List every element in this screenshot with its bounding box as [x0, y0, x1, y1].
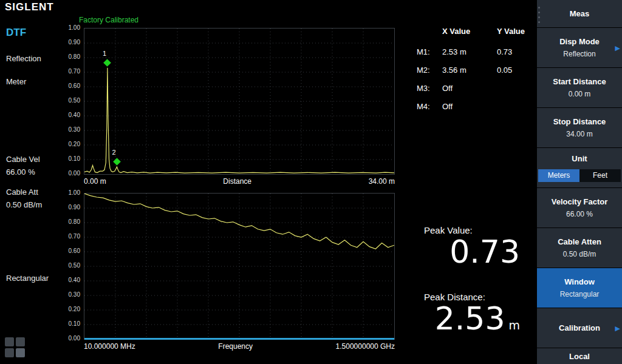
y-tick-label: 0.10	[69, 321, 80, 327]
dtf-x-axis: 0.00 m Distance 34.00 m	[84, 177, 395, 186]
marker-row-m1: M1: 2.53 m 0.73	[417, 42, 535, 61]
menu-button-disp-mode[interactable]: Disp Mode Reflection ▶	[537, 28, 622, 67]
menu-button-meas[interactable]: Meas	[537, 0, 622, 27]
y-tick-label: 0.60	[69, 248, 80, 254]
menu-button-value: 34.00 m	[566, 130, 592, 138]
marker-x-value: 3.56 m	[442, 66, 497, 75]
mode-label: DTF	[6, 27, 26, 39]
menu-button-value: 0.00 m	[569, 90, 591, 98]
y-tick-label: 0.20	[69, 306, 80, 312]
cable-att-value: 0.50 dB/m	[6, 200, 42, 209]
y-tick-label: 0.60	[69, 83, 80, 89]
menu-button-value: 0.50 dB/m	[563, 250, 596, 258]
freq-trace-svg	[84, 194, 394, 339]
y-tick-label: 1.00	[69, 25, 80, 31]
y-tick-label: 0.90	[69, 39, 80, 46]
y-tick-label: 0.30	[69, 127, 80, 133]
freq-x-axis: 10.000000 MHz Frequency 1.500000000 GHz	[84, 342, 395, 351]
peak-distance: 2.53m	[410, 301, 520, 343]
marker-x-value: 2.53 m	[442, 47, 497, 56]
menu-button-velocity-factor[interactable]: Velocity Factor 66.00 %	[537, 188, 622, 228]
marker-table-header: X Value Y Value	[417, 25, 535, 36]
unit-toggle: Meters Feet	[538, 169, 621, 182]
y-tick-label: 0.70	[69, 69, 80, 75]
menu-button-title: Start Distance	[553, 77, 606, 86]
y-tick-label: 0.00	[69, 335, 80, 342]
freq-plot-area[interactable]	[84, 193, 395, 340]
submenu-arrow-icon: ▶	[615, 44, 620, 52]
y-tick-label: 0.00	[69, 170, 80, 177]
y-tick-label: 0.70	[69, 234, 80, 240]
y-tick-label: 0.20	[69, 141, 80, 147]
freq-x-end-label: 1.500000000 GHz	[336, 342, 395, 351]
marker-y-value: 0.05	[497, 66, 531, 75]
trace-marker-label: 2	[112, 149, 115, 156]
unit-toggle-meters[interactable]: Meters	[538, 169, 579, 182]
freq-axis-highlight	[84, 338, 394, 340]
menu-button-value: Reflection	[563, 50, 595, 58]
menu-button-window[interactable]: Window Rectangular	[537, 268, 622, 308]
cable-vel-label: Cable Vel	[6, 155, 40, 164]
submenu-arrow-icon: ▶	[615, 324, 620, 332]
menu-button-local[interactable]: Local	[537, 348, 622, 364]
marker-x-value: Off	[442, 84, 497, 93]
y-tick-label: 0.40	[69, 112, 80, 118]
window-type-readout: Rectangular	[6, 274, 49, 283]
trace-marker-label: 1	[103, 50, 106, 57]
marker-row-m2: M2: 3.56 m 0.05	[417, 61, 535, 79]
marker-name: M4:	[417, 102, 442, 111]
menu-button-title: Meas	[570, 9, 590, 18]
menu-button-title: Local	[569, 352, 590, 361]
menu-button-title: Unit	[572, 154, 587, 163]
menu-button-start-distance[interactable]: Start Distance 0.00 m	[537, 68, 622, 107]
peak-distance-value: 2.53	[435, 300, 505, 337]
marker-name: M1:	[417, 47, 442, 56]
marker-table: X Value Y Value M1: 2.53 m 0.73 M2: 3.56…	[417, 25, 535, 115]
y-tick-label: 0.10	[69, 156, 80, 162]
dtf-trace-svg	[84, 29, 394, 174]
freq-x-axis-title: Frequency	[218, 342, 253, 351]
menu-button-value: Rectangular	[560, 290, 600, 298]
menu-button-title: Calibration	[559, 323, 600, 332]
brand-logo: SIGLENT	[5, 1, 54, 13]
frequency-chart: 1.000.900.800.700.600.500.400.300.200.10…	[61, 189, 400, 353]
dtf-chart: 1.000.900.800.700.600.500.400.300.200.10…	[61, 24, 400, 188]
dtf-y-axis-labels: 1.000.900.800.700.600.500.400.300.200.10…	[61, 24, 81, 177]
dtf-plot-area[interactable]: 12	[84, 28, 395, 175]
menu-button-title: Cable Atten	[558, 237, 601, 246]
menu-button-title: Window	[564, 277, 595, 286]
instrument-screen: SIGLENT DTF Reflection Meter Cable Vel 6…	[0, 0, 622, 364]
marker-table-header-y: Y Value	[497, 27, 531, 36]
menu-button-title: Velocity Factor	[552, 197, 607, 206]
cable-vel-value: 66.00 %	[6, 167, 35, 177]
menu-handle-dots-icon	[538, 4, 540, 26]
marker-table-header-x: X Value	[442, 27, 497, 36]
dtf-x-end-label: 34.00 m	[369, 177, 395, 186]
unit-toggle-feet[interactable]: Feet	[579, 169, 621, 182]
marker-y-value: 0.73	[497, 47, 531, 56]
marker-row-m3: M3: Off	[417, 79, 535, 97]
dtf-x-axis-title: Distance	[223, 177, 251, 186]
cable-att-label: Cable Att	[6, 187, 38, 197]
menu-button-unit[interactable]: Unit Meters Feet	[537, 148, 622, 187]
disp-mode-readout: Reflection	[6, 54, 41, 63]
menu-button-title: Disp Mode	[559, 37, 600, 46]
marker-name: M2:	[417, 66, 442, 75]
calibration-status: Factory Calibrated	[79, 16, 138, 24]
y-tick-label: 0.50	[69, 263, 80, 269]
home-grid-icon[interactable]	[5, 337, 25, 357]
dtf-x-start-label: 0.00 m	[84, 177, 106, 186]
freq-x-start-label: 10.000000 MHz	[84, 342, 135, 351]
menu-button-cable-atten[interactable]: Cable Atten 0.50 dB/m	[537, 228, 622, 268]
y-tick-label: 0.80	[69, 219, 80, 225]
y-tick-label: 0.40	[69, 277, 80, 283]
y-tick-label: 1.00	[69, 190, 80, 196]
marker-row-m4: M4: Off	[417, 97, 535, 115]
peak-value: 0.73	[410, 234, 520, 269]
menu-button-calibration[interactable]: Calibration ▶	[537, 308, 622, 348]
y-tick-label: 0.80	[69, 54, 80, 60]
menu-button-stop-distance[interactable]: Stop Distance 34.00 m	[537, 108, 622, 147]
marker-name: M3:	[417, 84, 442, 93]
meas-type-readout: Meter	[6, 77, 26, 86]
y-tick-label: 0.50	[69, 98, 80, 104]
